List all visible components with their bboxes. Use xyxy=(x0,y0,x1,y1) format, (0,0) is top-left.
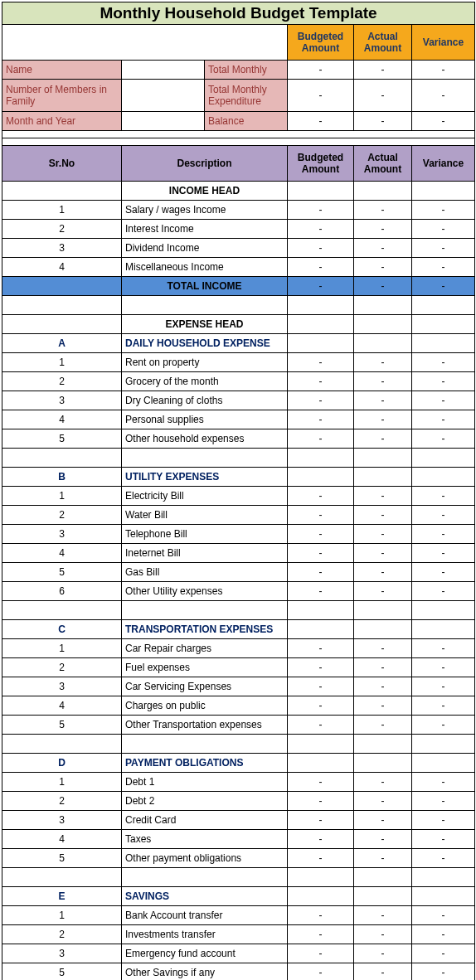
row-actual[interactable]: - xyxy=(354,239,412,258)
row-num: 5 xyxy=(2,849,122,868)
blank xyxy=(288,735,354,754)
row-desc: Interest Income xyxy=(122,220,288,239)
row-actual[interactable]: - xyxy=(354,429,412,449)
row-budgeted[interactable]: - xyxy=(288,716,354,735)
label-balance: Balance xyxy=(205,112,288,131)
spacer xyxy=(2,138,475,146)
row-budgeted[interactable]: - xyxy=(288,811,354,830)
row-actual[interactable]: - xyxy=(354,677,412,696)
blank xyxy=(354,868,412,887)
row-budgeted[interactable]: - xyxy=(288,429,354,449)
row-actual[interactable]: - xyxy=(354,773,412,792)
row-budgeted[interactable]: - xyxy=(288,830,354,849)
row-variance: - xyxy=(412,696,475,716)
blank xyxy=(122,601,288,620)
row-variance: - xyxy=(412,658,475,677)
row-actual[interactable]: - xyxy=(354,792,412,811)
row-num: 3 xyxy=(2,677,122,696)
row-budgeted[interactable]: - xyxy=(288,944,354,963)
section-id: C xyxy=(2,620,122,639)
row-variance: - xyxy=(412,925,475,944)
row-budgeted[interactable]: - xyxy=(288,792,354,811)
row-budgeted[interactable]: - xyxy=(288,410,354,429)
row-num: 4 xyxy=(2,696,122,716)
row-actual[interactable]: - xyxy=(354,963,412,981)
row-budgeted[interactable]: - xyxy=(288,563,354,582)
row-actual[interactable]: - xyxy=(354,544,412,563)
row-variance: - xyxy=(412,353,475,372)
row-actual[interactable]: - xyxy=(354,716,412,735)
row-actual[interactable]: - xyxy=(354,811,412,830)
row-budgeted[interactable]: - xyxy=(288,544,354,563)
name-value[interactable] xyxy=(122,61,205,80)
row-variance: - xyxy=(412,811,475,830)
row-actual[interactable]: - xyxy=(354,563,412,582)
row-actual[interactable]: - xyxy=(354,506,412,525)
row-desc: Credit Card xyxy=(122,811,288,830)
row-actual[interactable]: - xyxy=(354,658,412,677)
row-budgeted[interactable]: - xyxy=(288,849,354,868)
blank xyxy=(354,334,412,353)
section-name: SAVINGS xyxy=(122,887,288,906)
row-budgeted[interactable]: - xyxy=(288,773,354,792)
label-month: Month and Year xyxy=(2,112,122,131)
row-budgeted[interactable]: - xyxy=(288,506,354,525)
row-budgeted[interactable]: - xyxy=(288,353,354,372)
col-variance2: Variance xyxy=(412,146,475,182)
row-actual[interactable]: - xyxy=(354,925,412,944)
row-budgeted[interactable]: - xyxy=(288,906,354,925)
section-id: B xyxy=(2,468,122,487)
row-budgeted[interactable]: - xyxy=(288,677,354,696)
row-budgeted[interactable]: - xyxy=(288,258,354,277)
blank xyxy=(2,182,122,201)
total-income-actual: - xyxy=(354,277,412,296)
row-actual[interactable]: - xyxy=(354,582,412,601)
row-budgeted[interactable]: - xyxy=(288,239,354,258)
row-variance: - xyxy=(412,792,475,811)
row-budgeted[interactable]: - xyxy=(288,220,354,239)
row-budgeted[interactable]: - xyxy=(288,372,354,391)
blank xyxy=(412,601,475,620)
row-budgeted[interactable]: - xyxy=(288,201,354,220)
row-budgeted[interactable]: - xyxy=(288,963,354,981)
row-budgeted[interactable]: - xyxy=(288,582,354,601)
row-actual[interactable]: - xyxy=(354,258,412,277)
row-actual[interactable]: - xyxy=(354,372,412,391)
row-actual[interactable]: - xyxy=(354,487,412,506)
blank xyxy=(354,296,412,315)
row-actual[interactable]: - xyxy=(354,391,412,410)
row-budgeted[interactable]: - xyxy=(288,391,354,410)
family-value[interactable] xyxy=(122,80,205,112)
row-desc: Debt 2 xyxy=(122,792,288,811)
row-desc: Bank Account transfer xyxy=(122,906,288,925)
row-budgeted[interactable]: - xyxy=(288,925,354,944)
row-budgeted[interactable]: - xyxy=(288,639,354,658)
row-actual[interactable]: - xyxy=(354,201,412,220)
expense-head: EXPENSE HEAD xyxy=(122,315,288,334)
blank xyxy=(412,182,475,201)
row-num: 1 xyxy=(2,639,122,658)
blank xyxy=(412,620,475,639)
blank xyxy=(412,468,475,487)
row-variance: - xyxy=(412,563,475,582)
row-actual[interactable]: - xyxy=(354,906,412,925)
row-actual[interactable]: - xyxy=(354,696,412,716)
row-actual[interactable]: - xyxy=(354,944,412,963)
balance-variance: - xyxy=(412,112,475,131)
row-actual[interactable]: - xyxy=(354,353,412,372)
blank xyxy=(354,754,412,773)
row-actual[interactable]: - xyxy=(354,830,412,849)
row-budgeted[interactable]: - xyxy=(288,658,354,677)
month-value[interactable] xyxy=(122,112,205,131)
row-budgeted[interactable]: - xyxy=(288,696,354,716)
row-budgeted[interactable]: - xyxy=(288,487,354,506)
row-actual[interactable]: - xyxy=(354,639,412,658)
row-actual[interactable]: - xyxy=(354,220,412,239)
row-budgeted[interactable]: - xyxy=(288,525,354,544)
spacer xyxy=(2,131,475,138)
row-variance: - xyxy=(412,849,475,868)
row-actual[interactable]: - xyxy=(354,410,412,429)
row-actual[interactable]: - xyxy=(354,849,412,868)
blank xyxy=(2,601,122,620)
row-actual[interactable]: - xyxy=(354,525,412,544)
